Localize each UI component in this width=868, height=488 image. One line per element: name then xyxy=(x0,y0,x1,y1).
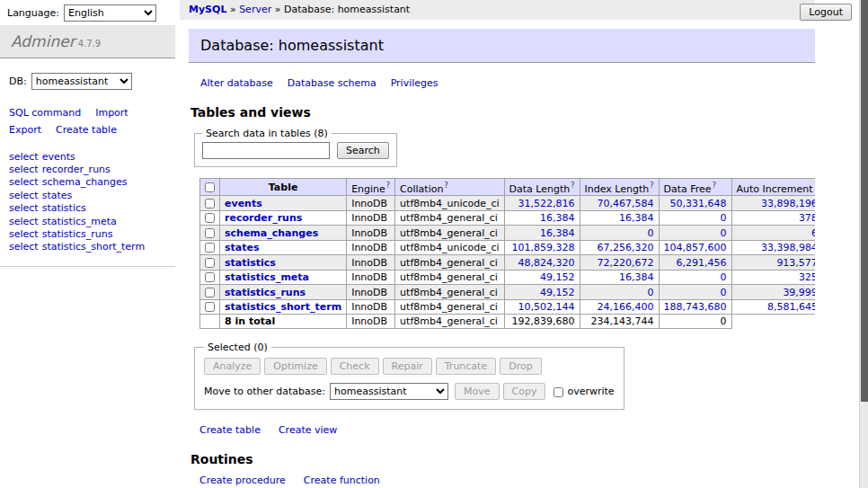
help-icon[interactable]: ? xyxy=(444,182,447,190)
logout-button[interactable]: Logout xyxy=(800,4,852,21)
table-name-link-statistics_meta[interactable]: statistics_meta xyxy=(42,216,117,227)
select-link-events[interactable]: select xyxy=(9,151,39,163)
table-link-statistics_runs[interactable]: statistics_runs xyxy=(225,287,306,298)
auto-increment-link[interactable]: 33,898,196 xyxy=(761,198,815,209)
auto-increment-link[interactable]: 33,398,984 xyxy=(761,242,815,253)
search-button[interactable]: Search xyxy=(337,142,389,159)
breadcrumb-item-server[interactable]: Server xyxy=(239,4,271,15)
table-name-link-schema_changes[interactable]: schema_changes xyxy=(42,176,128,188)
data-length-link[interactable]: 48,824,320 xyxy=(518,257,575,269)
check-button[interactable]: Check xyxy=(331,358,379,375)
nav-link-database-schema[interactable]: Database schema xyxy=(288,77,376,89)
table-link-states[interactable]: states xyxy=(225,242,260,253)
data-free-link[interactable]: 6,291,456 xyxy=(677,257,727,269)
table-link-statistics[interactable]: statistics xyxy=(225,257,276,269)
index-length-link[interactable]: 16,384 xyxy=(619,212,654,224)
select-link-statistics[interactable]: select xyxy=(9,202,39,214)
table-name-link-statistics_short_term[interactable]: statistics_short_term xyxy=(42,241,145,253)
data-length-link[interactable]: 16,384 xyxy=(540,227,575,239)
data-free-link[interactable]: 104,857,600 xyxy=(664,242,727,253)
data-length-link[interactable]: 31,522,816 xyxy=(518,198,575,209)
select-link-statistics_runs[interactable]: select xyxy=(9,228,39,240)
select-link-recorder_runs[interactable]: select xyxy=(9,164,39,175)
help-icon[interactable]: ? xyxy=(650,182,653,190)
row-checkbox-statistics[interactable] xyxy=(205,258,215,268)
select-link-schema_changes[interactable]: select xyxy=(9,176,39,188)
row-checkbox-statistics_short_term[interactable] xyxy=(205,302,215,312)
table-link-schema_changes[interactable]: schema_changes xyxy=(225,227,318,239)
data-free-link[interactable]: 0 xyxy=(721,287,727,298)
table-link-recorder_runs[interactable]: recorder_runs xyxy=(225,212,302,224)
language-select[interactable]: English xyxy=(64,4,156,22)
index-length-link[interactable]: 72,220,672 xyxy=(598,257,654,269)
sidebar-link-export[interactable]: Export xyxy=(9,124,41,136)
search-input[interactable] xyxy=(202,142,330,159)
footer-link-create-table[interactable]: Create table xyxy=(199,424,261,436)
nav-link-privileges[interactable]: Privileges xyxy=(391,77,438,89)
data-length-link[interactable]: 10,502,144 xyxy=(518,301,575,313)
sidebar-link-create-table[interactable]: Create table xyxy=(56,124,117,136)
row-checkbox-statistics_meta[interactable] xyxy=(205,272,215,282)
row-checkbox-recorder_runs[interactable] xyxy=(205,213,215,223)
help-icon[interactable]: ? xyxy=(571,182,574,190)
data-free-link[interactable]: 0 xyxy=(721,227,727,239)
help-icon[interactable]: ? xyxy=(814,182,815,190)
sidebar-link-sql-command[interactable]: SQL command xyxy=(9,107,81,119)
select-link-statistics_meta[interactable]: select xyxy=(9,216,39,227)
sidebar-link-import[interactable]: Import xyxy=(95,107,128,119)
auto-increment-link[interactable]: 8,581,645 xyxy=(767,301,815,313)
table-link-statistics_meta[interactable]: statistics_meta xyxy=(225,271,309,283)
help-icon[interactable]: ? xyxy=(386,182,390,190)
index-length-link[interactable]: 0 xyxy=(648,227,654,239)
data-free-link[interactable]: 0 xyxy=(721,212,727,224)
data-length-link[interactable]: 49,152 xyxy=(540,287,575,298)
table-name-link-statistics[interactable]: statistics xyxy=(42,202,86,214)
help-icon[interactable]: ? xyxy=(713,182,716,190)
nav-link-alter-database[interactable]: Alter database xyxy=(200,77,273,89)
footer-link-create-view[interactable]: Create view xyxy=(279,424,337,436)
repair-button[interactable]: Repair xyxy=(383,358,432,375)
auto-increment-link[interactable]: 913,577 xyxy=(776,257,815,269)
index-length-link[interactable]: 0 xyxy=(648,287,654,298)
data-free-link[interactable]: 0 xyxy=(721,271,727,283)
table-name-link-states[interactable]: states xyxy=(42,190,73,201)
index-length-link[interactable]: 16,384 xyxy=(619,271,654,283)
routine-link-create-function[interactable]: Create function xyxy=(304,475,380,486)
optimize-button[interactable]: Optimize xyxy=(264,358,326,375)
index-length-link[interactable]: 70,467,584 xyxy=(598,198,654,209)
breadcrumb-item-mysql[interactable]: MySQL xyxy=(189,4,226,15)
auto-increment-link[interactable]: 6 xyxy=(811,227,815,239)
move-db-select[interactable]: homeassistant xyxy=(330,383,448,400)
data-length-link[interactable]: 16,384 xyxy=(540,212,575,224)
table-name-link-recorder_runs[interactable]: recorder_runs xyxy=(42,164,111,175)
data-length-link[interactable]: 101,859,328 xyxy=(512,242,575,253)
index-length-link[interactable]: 24,166,400 xyxy=(598,301,654,313)
auto-increment-link[interactable]: 378 xyxy=(799,212,815,224)
move-button[interactable]: Move xyxy=(455,383,500,400)
scrollbar[interactable] xyxy=(859,0,868,488)
auto-increment-link[interactable]: 325 xyxy=(799,271,815,283)
overwrite-checkbox[interactable] xyxy=(554,387,563,397)
data-free-link[interactable]: 188,743,680 xyxy=(664,301,727,313)
analyze-button[interactable]: Analyze xyxy=(204,358,261,375)
table-name-link-statistics_runs[interactable]: statistics_runs xyxy=(42,228,113,240)
select-link-states[interactable]: select xyxy=(9,190,39,201)
scrollbar-thumb[interactable] xyxy=(861,0,868,402)
truncate-button[interactable]: Truncate xyxy=(436,358,496,375)
drop-button[interactable]: Drop xyxy=(500,358,541,375)
adminer-logo-link[interactable]: Adminer xyxy=(11,32,75,50)
index-length-link[interactable]: 67,256,320 xyxy=(598,242,654,253)
copy-button[interactable]: Copy xyxy=(503,383,546,400)
table-link-statistics_short_term[interactable]: statistics_short_term xyxy=(225,301,341,313)
select-link-statistics_short_term[interactable]: select xyxy=(9,241,39,253)
data-length-link[interactable]: 49,152 xyxy=(540,271,575,283)
routine-link-create-procedure[interactable]: Create procedure xyxy=(199,475,286,486)
auto-increment-link[interactable]: 39,999 xyxy=(783,287,815,298)
row-checkbox-states[interactable] xyxy=(205,243,215,253)
db-select[interactable]: homeassistant xyxy=(31,73,132,90)
table-link-events[interactable]: events xyxy=(225,198,262,209)
row-checkbox-events[interactable] xyxy=(205,199,215,209)
table-name-link-events[interactable]: events xyxy=(42,151,75,163)
row-checkbox-statistics_runs[interactable] xyxy=(205,288,215,297)
select-all-checkbox[interactable] xyxy=(205,182,215,192)
